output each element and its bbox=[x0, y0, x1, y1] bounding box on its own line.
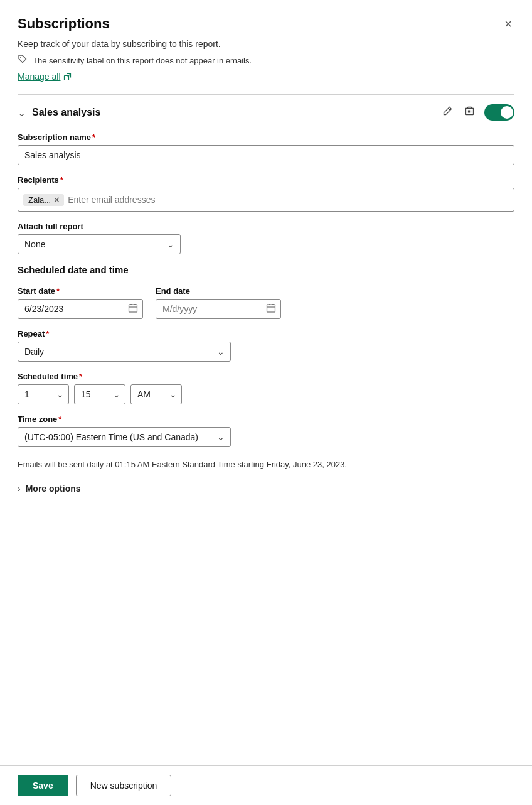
subscription-name-field: Subscription name* bbox=[18, 132, 514, 165]
attach-report-label: Attach full report bbox=[18, 222, 514, 231]
recipients-box[interactable]: Zala... ✕ bbox=[18, 188, 514, 212]
partial-button-row bbox=[18, 510, 514, 534]
recipient-remove-button[interactable]: ✕ bbox=[53, 196, 60, 204]
subscription-section-header: ⌄ Sales analysis bbox=[18, 104, 514, 121]
subscription-name-label: Subscription name* bbox=[18, 132, 514, 142]
sensitivity-icon bbox=[18, 54, 28, 67]
delete-button[interactable] bbox=[462, 104, 477, 121]
end-date-label: End date bbox=[156, 286, 281, 296]
start-date-input[interactable] bbox=[18, 299, 143, 319]
new-subscription-button[interactable]: New subscription bbox=[76, 775, 172, 796]
end-date-input-wrapper bbox=[156, 299, 281, 319]
ampm-select[interactable]: AM PM bbox=[130, 384, 182, 404]
close-button[interactable]: × bbox=[502, 15, 514, 33]
attach-report-field: Attach full report None PDF PowerPoint ⌄ bbox=[18, 222, 514, 254]
subscription-form: Subscription name* Recipients* Zala... ✕… bbox=[18, 132, 514, 534]
panel-header: Subscriptions × bbox=[18, 15, 514, 33]
recipients-label: Recipients* bbox=[18, 175, 514, 185]
external-link-icon bbox=[63, 73, 72, 81]
attach-report-select[interactable]: None PDF PowerPoint bbox=[18, 234, 181, 254]
end-date-field: End date bbox=[156, 286, 281, 319]
save-button[interactable]: Save bbox=[18, 775, 68, 796]
start-date-input-wrapper bbox=[18, 299, 143, 319]
panel-subtitle: Keep track of your data by subscribing t… bbox=[18, 39, 514, 49]
timezone-select-wrapper: (UTC-05:00) Eastern Time (US and Canada)… bbox=[18, 427, 231, 447]
timezone-field: Time zone* (UTC-05:00) Eastern Time (US … bbox=[18, 414, 514, 447]
hour-select-wrapper: 1234 5678 9101112 ⌄ bbox=[18, 384, 69, 404]
start-date-label: Start date* bbox=[18, 286, 143, 296]
subscriptions-panel: Subscriptions × Keep track of your data … bbox=[0, 0, 532, 805]
recipient-tag: Zala... ✕ bbox=[23, 194, 64, 206]
subscription-name-input[interactable] bbox=[18, 145, 514, 165]
scheduled-time-label: Scheduled time* bbox=[18, 372, 514, 381]
minute-select[interactable]: 00051015 20253035 40455055 bbox=[74, 384, 125, 404]
subscription-header-left: ⌄ Sales analysis bbox=[18, 107, 100, 119]
repeat-select[interactable]: Daily Weekly Monthly Hourly bbox=[18, 342, 231, 362]
repeat-label: Repeat* bbox=[18, 329, 514, 338]
svg-point-0 bbox=[20, 57, 21, 58]
panel-title: Subscriptions bbox=[18, 16, 110, 32]
repeat-select-wrapper: Daily Weekly Monthly Hourly ⌄ bbox=[18, 342, 231, 362]
divider bbox=[18, 94, 514, 95]
schedule-summary: Emails will be sent daily at 01:15 AM Ea… bbox=[18, 458, 514, 471]
sensitivity-text: The sensitivity label on this report doe… bbox=[33, 56, 252, 65]
minute-select-wrapper: 00051015 20253035 40455055 ⌄ bbox=[74, 384, 125, 404]
subscription-name-header: Sales analysis bbox=[32, 107, 100, 118]
start-date-field: Start date* bbox=[18, 286, 143, 319]
repeat-field: Repeat* Daily Weekly Monthly Hourly ⌄ bbox=[18, 329, 514, 362]
sensitivity-row: The sensitivity label on this report doe… bbox=[18, 54, 514, 67]
ampm-select-wrapper: AM PM ⌄ bbox=[130, 384, 182, 404]
more-options-row[interactable]: › More options bbox=[18, 484, 514, 494]
end-date-input[interactable] bbox=[156, 299, 281, 319]
recipients-field: Recipients* Zala... ✕ bbox=[18, 175, 514, 212]
footer: Save New subscription bbox=[0, 765, 532, 805]
timezone-select[interactable]: (UTC-05:00) Eastern Time (US and Canada)… bbox=[18, 427, 231, 447]
more-options-chevron-icon: › bbox=[18, 484, 21, 494]
date-row: Start date* End date bbox=[18, 286, 514, 319]
manage-all-link[interactable]: Manage all bbox=[18, 72, 514, 82]
collapse-icon[interactable]: ⌄ bbox=[18, 107, 26, 119]
timezone-label: Time zone* bbox=[18, 414, 514, 424]
more-options-label: More options bbox=[26, 484, 81, 494]
scheduled-time-field: Scheduled time* 1234 5678 9101112 ⌄ 0005… bbox=[18, 372, 514, 404]
edit-button[interactable] bbox=[440, 104, 455, 121]
time-row: 1234 5678 9101112 ⌄ 00051015 20253035 40… bbox=[18, 384, 514, 404]
subscription-header-actions bbox=[440, 104, 514, 121]
recipients-input[interactable] bbox=[68, 195, 509, 205]
hour-select[interactable]: 1234 5678 9101112 bbox=[18, 384, 69, 404]
subscription-toggle[interactable] bbox=[484, 104, 514, 121]
scheduled-section: Scheduled date and time bbox=[18, 264, 514, 276]
attach-report-select-wrapper: None PDF PowerPoint ⌄ bbox=[18, 234, 181, 254]
scheduled-section-title: Scheduled date and time bbox=[18, 264, 514, 275]
